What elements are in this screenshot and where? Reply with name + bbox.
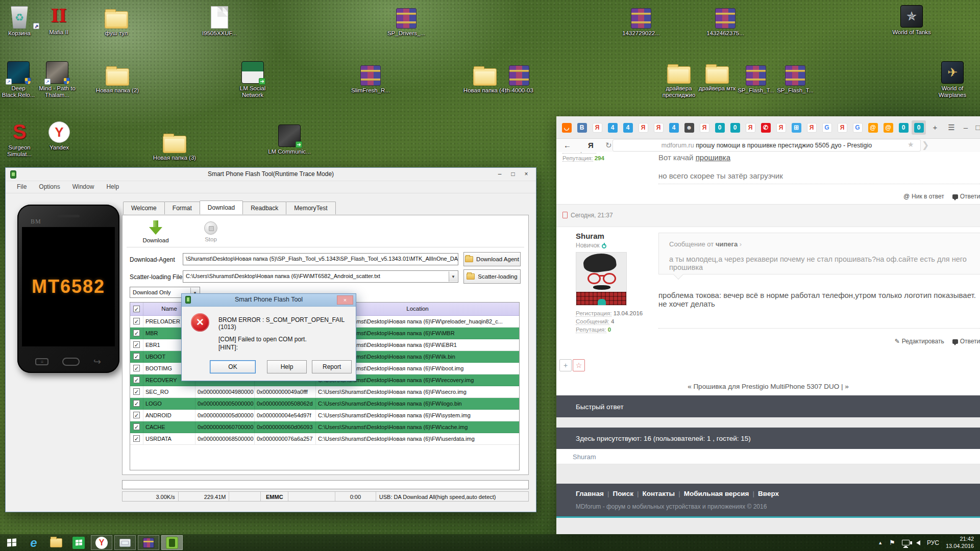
report-button[interactable]: Report bbox=[312, 360, 352, 373]
dialog-close-icon[interactable]: × bbox=[337, 295, 353, 305]
chevron-down-icon[interactable]: ▼ bbox=[449, 271, 457, 282]
yandex-button[interactable]: Я bbox=[588, 139, 594, 152]
start-button[interactable] bbox=[0, 534, 22, 551]
prestigio-tab[interactable]: 0 bbox=[713, 120, 727, 135]
reply-link[interactable]: Ответить bbox=[960, 338, 980, 345]
menu-file[interactable]: File bbox=[11, 181, 33, 193]
4pda-tab[interactable]: 4 bbox=[667, 120, 681, 135]
download-agent-input[interactable]: \Shuramst\Desktop\Новая папка (5)\SP_Fla… bbox=[183, 253, 458, 265]
aliexpress-tab[interactable]: ◡ bbox=[559, 120, 574, 135]
mail-tab[interactable]: @ bbox=[881, 120, 895, 135]
vk-tab[interactable]: В bbox=[575, 120, 589, 135]
table-row[interactable]: ✓SEC_RO0x00000000049800000x00000000049a0… bbox=[130, 386, 519, 398]
desktop-icon-1432462375-[interactable]: 1432462375... bbox=[702, 4, 749, 37]
mts-tab[interactable]: ✆ bbox=[758, 120, 773, 135]
scatter-browse-button[interactable]: Scatter-loading bbox=[463, 269, 521, 284]
desktop-icon-yandex[interactable]: YYandex bbox=[36, 118, 83, 151]
row-checkbox[interactable]: ✓ bbox=[133, 318, 140, 324]
browser-menu-icon[interactable]: ☰ bbox=[945, 120, 958, 135]
row-checkbox[interactable]: ✓ bbox=[133, 412, 140, 418]
tab-memorytest[interactable]: MemoryTest bbox=[286, 202, 335, 214]
network-icon[interactable] bbox=[902, 540, 910, 545]
row-checkbox[interactable]: ✓ bbox=[133, 423, 140, 430]
desktop-icon-world-of-tanks[interactable]: ✯World of Tanks bbox=[888, 3, 935, 36]
scatter-file-combobox[interactable]: C:\Users\Shuramst\Desktop\Новая папка (6… bbox=[183, 270, 458, 283]
table-row[interactable]: ✓CACHE0x00000000607000000x0000000060d060… bbox=[130, 421, 519, 433]
clock[interactable]: 21:42 13.04.2016 bbox=[946, 536, 974, 550]
minimize-button[interactable]: – bbox=[493, 169, 506, 179]
bookmark-star-icon[interactable]: ★ bbox=[908, 140, 914, 148]
maximize-button[interactable]: □ bbox=[506, 169, 520, 179]
footer-link-4[interactable]: Вверх bbox=[758, 490, 779, 497]
quote-expand-icon[interactable]: › bbox=[740, 240, 742, 248]
yandex-tab[interactable]: Я bbox=[774, 120, 788, 135]
speaker-icon[interactable] bbox=[916, 540, 920, 545]
yandex-tab[interactable]: Я bbox=[651, 120, 666, 135]
yandex-tab[interactable]: Я bbox=[835, 120, 849, 135]
yandex-browser-icon[interactable]: Y bbox=[91, 535, 112, 550]
row-checkbox[interactable]: ✓ bbox=[133, 353, 140, 360]
close-button[interactable]: × bbox=[520, 169, 533, 179]
footer-link-0[interactable]: Главная bbox=[576, 490, 604, 497]
yandex-tab[interactable]: Я bbox=[804, 120, 819, 135]
row-checkbox[interactable]: ✓ bbox=[133, 377, 140, 383]
footer-link-2[interactable]: Контакты bbox=[642, 490, 675, 497]
edit-link[interactable]: Редактировать bbox=[902, 338, 944, 345]
firmware-link[interactable]: прошивка bbox=[696, 153, 730, 162]
stop-button[interactable]: Stop bbox=[188, 220, 234, 242]
tab-format[interactable]: Format bbox=[164, 202, 200, 214]
menu-options[interactable]: Options bbox=[33, 181, 66, 193]
language-indicator[interactable]: РУС bbox=[927, 539, 939, 546]
download-button[interactable]: Download bbox=[133, 220, 179, 243]
select-all-checkbox[interactable]: ✓ bbox=[133, 306, 140, 312]
grid-tab[interactable]: ⊞ bbox=[789, 120, 803, 135]
desktop-icon-sp_drivers_-[interactable]: SP_Drivers_... bbox=[383, 4, 430, 37]
footer-link-1[interactable]: Поиск bbox=[612, 490, 633, 497]
menu-window[interactable]: Window bbox=[66, 181, 101, 193]
tab-download[interactable]: Download bbox=[200, 201, 243, 214]
desktop-icon-i9505xxuf-[interactable]: I9505XXUF... bbox=[196, 4, 243, 37]
browser-minimize-button[interactable]: – bbox=[960, 120, 972, 135]
desktop-icon-lm-communic-[interactable]: ➜LM Communic... bbox=[266, 122, 313, 155]
table-row[interactable]: ✓LOGO0x00000000050000000x000000000508062… bbox=[130, 398, 519, 410]
menu-help[interactable]: Help bbox=[100, 181, 125, 193]
back-icon[interactable]: ← bbox=[564, 139, 571, 152]
tray-expand-icon[interactable]: ▲ bbox=[878, 540, 883, 545]
desktop-icon-новая-папка-2-[interactable]: Новая папка (2) bbox=[94, 61, 141, 94]
desktop-icon-slimfresh_r-[interactable]: SlimFresh_R... bbox=[347, 61, 394, 94]
task-manager-icon[interactable] bbox=[114, 535, 136, 550]
profile-tab[interactable]: ☻ bbox=[682, 120, 696, 135]
row-checkbox[interactable]: ✓ bbox=[133, 330, 140, 336]
desktop-icon-фуш-тул[interactable]: фуш тул bbox=[93, 4, 140, 37]
row-checkbox[interactable]: ✓ bbox=[133, 400, 140, 407]
translate-tab[interactable]: G bbox=[850, 120, 865, 135]
desktop-icon-world-of-warplanes[interactable]: ✈World of Warplanes bbox=[929, 59, 976, 98]
tab-welcome[interactable]: Welcome bbox=[123, 202, 165, 214]
table-row[interactable]: ✓USRDATA0x00000000685000000x0000000076a6… bbox=[130, 433, 519, 445]
quick-reply-area[interactable] bbox=[556, 417, 980, 428]
prestigio-tab[interactable]: 0 bbox=[896, 120, 911, 135]
row-checkbox[interactable]: ✓ bbox=[133, 341, 140, 348]
file-explorer-icon[interactable] bbox=[45, 534, 67, 551]
expand-post-button[interactable]: + bbox=[559, 359, 572, 371]
new-tab-button[interactable]: + bbox=[929, 120, 941, 135]
desktop-icon-mind-path-to-thalam-[interactable]: ↗Mind - Path to Thalam... bbox=[34, 59, 81, 98]
desktop-icon-новая-папка-3-[interactable]: Новая папка (3) bbox=[151, 129, 198, 161]
desktop-icon-th-4000-03[interactable]: th-4000-03 bbox=[496, 61, 543, 94]
desktop-icon-sp_flash_t-[interactable]: SP_Flash_T... bbox=[772, 61, 819, 94]
row-checkbox[interactable]: ✓ bbox=[133, 435, 140, 442]
desktop-icon-1432729022-[interactable]: 1432729022... bbox=[618, 4, 665, 37]
yandex-tab[interactable]: Я bbox=[636, 120, 650, 135]
tab-readback[interactable]: Readback bbox=[242, 202, 286, 214]
download-agent-browse-button[interactable]: Download Agent bbox=[463, 252, 521, 266]
flash-tool-titlebar[interactable]: Smart Phone Flash Tool(Runtime Trace Mod… bbox=[6, 168, 536, 181]
nick-reply-link[interactable]: Ник в ответ bbox=[912, 193, 944, 200]
winrar-icon[interactable] bbox=[138, 535, 159, 550]
rate-star-button[interactable]: ☆ bbox=[573, 359, 585, 371]
translate-tab[interactable]: G bbox=[820, 120, 834, 135]
dialog-titlebar[interactable]: Smart Phone Flash Tool × bbox=[182, 294, 356, 307]
action-center-flag-icon[interactable]: ⚑ bbox=[889, 539, 895, 546]
prestigio-tab[interactable]: 0 bbox=[728, 120, 742, 135]
help-button[interactable]: Help bbox=[267, 360, 307, 373]
reload-icon[interactable]: ↻ bbox=[605, 139, 612, 152]
